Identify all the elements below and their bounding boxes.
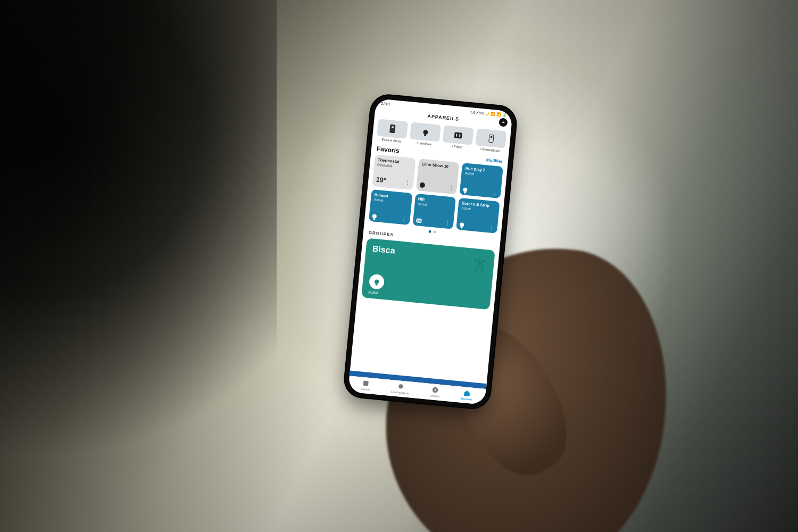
plug-icon	[416, 218, 422, 223]
group-bulb-button[interactable]	[369, 273, 385, 290]
tile-name: Echo Show 10	[421, 162, 456, 170]
favorites-heading: Favoris	[376, 145, 400, 154]
speaker-icon	[389, 124, 395, 134]
tile-hue-play[interactable]: Hue play 2 Activé ⋮	[460, 163, 503, 198]
category-echo[interactable]: Echo et Alexa	[377, 119, 409, 144]
svg-point-0	[473, 265, 484, 272]
plant-icon	[467, 251, 492, 276]
status-time: 22:01	[381, 101, 390, 106]
svg-rect-1	[363, 380, 369, 386]
status-net: 1,6 Ko/s	[470, 110, 484, 114]
tile-bureau[interactable]: Bureau Activé ⋮	[369, 189, 412, 225]
tab-play[interactable]: Lecture	[430, 386, 440, 398]
plug-icon	[454, 132, 462, 138]
pager-dot-active	[428, 230, 431, 233]
bulb-icon	[463, 187, 468, 192]
tile-hifi[interactable]: Hifi Activé ⋮	[412, 194, 456, 229]
moon-icon: 🌙	[485, 111, 490, 116]
signal-icon: 📶	[496, 112, 502, 117]
favorites-edit-link[interactable]: Modifier	[486, 157, 503, 164]
wifi-icon: 📶	[491, 112, 496, 117]
tab-devices[interactable]: Appareils	[460, 389, 473, 401]
speaker-dot-icon	[419, 182, 425, 188]
bulb-icon	[460, 222, 464, 227]
category-switches[interactable]: • Interrupteurs	[475, 128, 507, 153]
bulb-icon	[372, 214, 377, 219]
category-label: • Prises	[452, 145, 463, 149]
chat-icon	[396, 383, 404, 390]
devices-icon	[463, 389, 471, 397]
home-icon	[362, 379, 370, 387]
tab-communicate[interactable]: Communiquer	[391, 382, 410, 395]
more-icon[interactable]: ⋮	[405, 181, 410, 184]
tile-value: 19°	[376, 176, 387, 185]
add-device-button[interactable]: +	[498, 118, 508, 127]
more-icon[interactable]: ⋮	[448, 187, 454, 189]
pager-dot	[433, 230, 436, 233]
tab-label: Communiquer	[391, 390, 410, 395]
group-card-bisca[interactable]: Bisca Activé	[361, 238, 495, 310]
tab-label: Lecture	[430, 394, 440, 398]
switch-icon	[488, 134, 494, 143]
group-state: Activé	[368, 290, 484, 305]
category-label: • Lumières	[417, 142, 432, 146]
tab-label: Accueil	[361, 387, 370, 392]
bulb-icon	[423, 129, 428, 135]
more-icon[interactable]: ⋮	[492, 192, 497, 194]
tab-label: Appareils	[460, 397, 472, 401]
phone-frame: 22:01 1,6 Ko/s 🌙 📶 📶 🔋 APPAREILS + Echo …	[343, 94, 517, 410]
battery-icon: 🔋	[502, 113, 508, 118]
more-icon[interactable]: ⋮	[489, 226, 494, 229]
more-icon[interactable]: ⋮	[445, 222, 450, 225]
category-lights[interactable]: • Lumières	[409, 122, 441, 146]
page-title: APPAREILS	[427, 113, 460, 122]
favorites-grid: Thermostat Désactivé 19° ⋮ Echo Show 10 …	[364, 154, 508, 234]
category-plugs[interactable]: • Prises	[442, 125, 474, 149]
phone-screen: 22:01 1,6 Ko/s 🌙 📶 📶 🔋 APPAREILS + Echo …	[348, 98, 513, 405]
tab-home[interactable]: Accueil	[361, 379, 371, 392]
play-icon	[431, 386, 439, 394]
tile-screen-strip[interactable]: Screen & Strip Activé ⋮	[456, 198, 500, 234]
tile-echo-show[interactable]: Echo Show 10 ⋮	[416, 159, 460, 194]
svg-point-2	[398, 384, 403, 389]
tile-thermostat[interactable]: Thermostat Désactivé 19° ⋮	[372, 154, 415, 190]
more-icon[interactable]: ⋮	[401, 218, 406, 220]
